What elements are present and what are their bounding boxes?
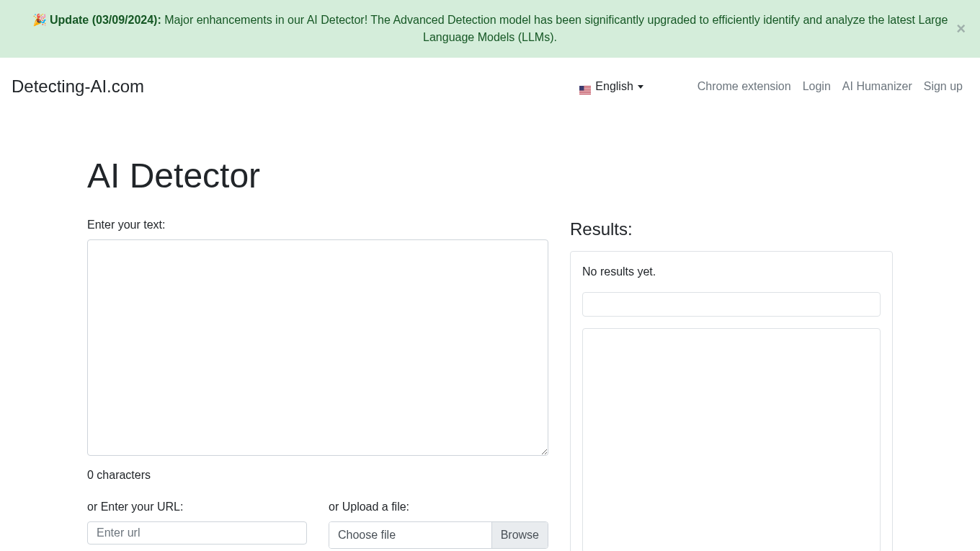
chevron-down-icon [638,85,643,89]
left-column: Enter your text: 0 characters or Enter y… [87,216,548,551]
us-flag-icon [579,82,591,91]
alert-body: Major enhancements in our AI Detector! T… [164,14,948,43]
character-count: 0 characters [87,467,548,484]
results-heading: Results: [570,216,893,242]
upload-column: or Upload a file: Choose file Browse [329,498,548,549]
right-column: Results: No results yet. [570,216,893,551]
url-label: or Enter your URL: [87,498,307,516]
alert-bold: Update (03/09/2024): [50,14,161,26]
two-column-layout: Enter your text: 0 characters or Enter y… [87,216,893,551]
url-column: or Enter your URL: [87,498,307,549]
browse-button: Browse [491,522,548,548]
no-results-text: No results yet. [582,263,881,281]
enter-text-label: Enter your text: [87,216,548,234]
upload-label: or Upload a file: [329,498,548,516]
language-label: English [595,78,633,95]
svg-rect-6 [579,93,591,94]
url-file-row: or Enter your URL: or Upload a file: Cho… [87,498,548,549]
brand-link[interactable]: Detecting-AI.com [12,74,144,100]
page-title: AI Detector [87,150,893,202]
alert-emoji: 🎉 [32,14,47,26]
update-alert: 🎉 Update (03/09/2024): Major enhancement… [0,0,980,58]
file-placeholder: Choose file [329,522,491,548]
main-container: AI Detector Enter your text: 0 character… [87,150,893,551]
results-box: No results yet. [570,251,893,551]
svg-rect-5 [579,92,591,92]
results-progress-bar [582,292,881,317]
nav-ai-humanizer[interactable]: AI Humanizer [837,72,918,101]
results-output-area [582,328,881,551]
alert-close-button[interactable]: × [956,21,966,37]
svg-rect-4 [579,90,591,91]
language-selector[interactable]: English [574,72,686,101]
file-chooser[interactable]: Choose file Browse [329,521,548,549]
text-input[interactable] [87,239,548,456]
nav-login[interactable]: Login [797,72,837,101]
nav-sign-up[interactable]: Sign up [918,72,968,101]
navbar: Detecting-AI.com English Chrome extensio… [0,58,980,115]
navbar-links: English Chrome extension Login AI Humani… [574,72,968,101]
svg-rect-7 [579,86,584,90]
url-input[interactable] [87,521,307,545]
alert-content: 🎉 Update (03/09/2024): Major enhancement… [32,14,948,43]
nav-chrome-extension[interactable]: Chrome extension [692,72,797,101]
